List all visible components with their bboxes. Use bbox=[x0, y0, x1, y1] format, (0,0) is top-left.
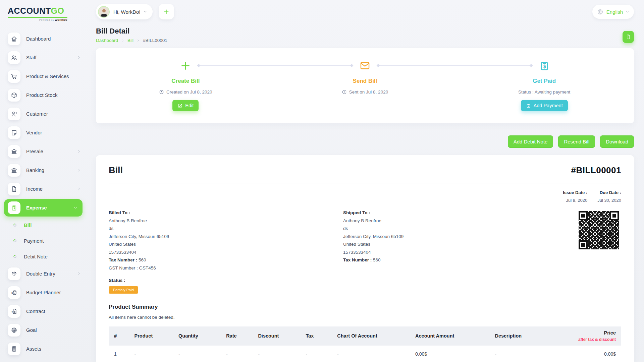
product-summary-title: Product Summary bbox=[109, 304, 621, 310]
qr-code bbox=[578, 210, 620, 250]
sidebar-item-contract[interactable]: $ Contract bbox=[8, 302, 87, 321]
language-selector[interactable]: English bbox=[592, 5, 634, 19]
bullet-icon bbox=[13, 223, 17, 227]
resend-bill-button[interactable]: Resend Bill bbox=[558, 135, 595, 148]
status-label: Status : bbox=[109, 278, 343, 283]
svg-text:$: $ bbox=[11, 291, 13, 294]
status-block: Status : Partialy Paid bbox=[109, 278, 343, 294]
add-payment-button[interactable]: $ Add Payment bbox=[521, 100, 568, 111]
sidebar-item-presale[interactable]: Presale bbox=[8, 142, 87, 161]
step-title: Send Bill bbox=[353, 78, 377, 84]
svg-text:$: $ bbox=[11, 310, 13, 313]
status-badge: Partialy Paid bbox=[109, 286, 138, 294]
bullet-icon bbox=[13, 239, 17, 243]
price-header-label: Price bbox=[604, 330, 616, 336]
tax-number-value: 560 bbox=[373, 257, 381, 262]
cell-price: 0.00$ bbox=[563, 351, 619, 357]
address-line: United States bbox=[343, 242, 578, 247]
sidebar-item-product-services[interactable]: Product & Services bbox=[8, 67, 87, 86]
bullet-icon bbox=[13, 254, 17, 259]
sidebar-subitem-payment[interactable]: Payment bbox=[8, 233, 87, 249]
progress-connector bbox=[199, 65, 352, 66]
col-num: # bbox=[111, 333, 131, 339]
sidebar-item-vendor[interactable]: Vendor bbox=[8, 123, 87, 142]
cell-description: - bbox=[492, 351, 563, 357]
user-menu[interactable]: Hi, WorkDo! bbox=[96, 4, 153, 19]
issue-date-label: Issue Date : bbox=[563, 190, 587, 195]
due-date-label: Due Date : bbox=[597, 190, 621, 195]
users-icon bbox=[8, 51, 20, 64]
address-line: United States bbox=[109, 242, 343, 247]
svg-text:$: $ bbox=[543, 64, 546, 69]
chevron-right-icon bbox=[77, 149, 81, 154]
sidebar-item-label: Product Stock bbox=[26, 92, 57, 98]
sidebar-item-budget-planner[interactable]: $ Budget Planner bbox=[8, 283, 87, 302]
bill-actions: Add Debit Note Resend Bill Download bbox=[96, 135, 634, 148]
sidebar-item-label: Double Entry bbox=[26, 271, 55, 277]
chevron-right-icon bbox=[77, 187, 81, 191]
edit-bill-label: Edit bbox=[185, 103, 194, 108]
col-chart-of-account: Chart Of Account bbox=[334, 333, 413, 339]
sidebar-item-income[interactable]: Income bbox=[8, 180, 87, 198]
sidebar-item-label: Banking bbox=[26, 167, 44, 173]
step-create-bill: Create Bill Created on Jul 8, 2020 Edit bbox=[96, 59, 275, 123]
sidebar-item-label: Dashboard bbox=[26, 36, 51, 42]
add-debit-note-button[interactable]: Add Debit Note bbox=[508, 135, 553, 148]
breadcrumb-bill[interactable]: Bill bbox=[127, 38, 133, 43]
contract-dollar-icon: $ bbox=[8, 305, 20, 318]
qr-finder bbox=[579, 211, 588, 220]
chevron-down-icon bbox=[73, 205, 78, 210]
sidebar-item-dashboard[interactable]: Dashboard bbox=[8, 29, 87, 48]
download-button[interactable]: Download bbox=[600, 135, 634, 148]
chevron-down-icon bbox=[626, 10, 629, 14]
bill-number: #BILL00001 bbox=[571, 165, 621, 176]
sidebar-item-label: Goal bbox=[26, 327, 37, 333]
table-row: 1 - - - - - - 0.00$ - 0.00$ bbox=[109, 346, 621, 362]
sidebar-item-customer[interactable]: Customer bbox=[8, 105, 87, 123]
breadcrumb-dashboard[interactable]: Dashboard bbox=[96, 38, 118, 43]
chevron-right-icon bbox=[77, 168, 81, 172]
tax-number-line: Tax Number : 560 bbox=[109, 257, 343, 262]
sidebar-item-goal[interactable]: Goal bbox=[8, 321, 87, 340]
document-icon bbox=[8, 183, 20, 195]
sidebar-item-staff[interactable]: Staff bbox=[8, 48, 87, 67]
col-tax: Tax bbox=[303, 333, 335, 339]
sidebar-item-assets[interactable]: Assets bbox=[8, 340, 87, 358]
clipboard-dollar-icon: $ bbox=[8, 201, 20, 214]
sidebar-item-product-stock[interactable]: Product Stock bbox=[8, 86, 87, 105]
bank-icon bbox=[8, 164, 20, 177]
svg-text:$: $ bbox=[528, 105, 529, 107]
sidebar-item-banking[interactable]: Banking bbox=[8, 161, 87, 180]
col-rate: Rate bbox=[223, 333, 255, 339]
target-icon bbox=[8, 324, 20, 337]
step-title: Get Paid bbox=[533, 78, 556, 84]
chevron-right-icon bbox=[77, 55, 81, 60]
chevron-down-icon bbox=[143, 10, 147, 14]
sidebar-item-label: Vendor bbox=[26, 130, 42, 135]
cell-product: - bbox=[131, 351, 176, 357]
quick-add-button[interactable] bbox=[159, 4, 174, 19]
sidebar-subitem-label: Debit Note bbox=[24, 254, 48, 259]
sidebar-subitem-bill[interactable]: Bill bbox=[8, 217, 87, 233]
sidebar-item-label: Assets bbox=[26, 346, 41, 352]
edit-bill-button[interactable]: Edit bbox=[172, 100, 199, 111]
sidebar-item-label: Staff bbox=[26, 55, 37, 60]
col-account-amount: Account Amount bbox=[413, 333, 492, 339]
bill-progress-card: Create Bill Created on Jul 8, 2020 Edit … bbox=[96, 48, 634, 123]
sidebar-item-expense[interactable]: $ Expense bbox=[4, 199, 83, 217]
cell-num: 1 bbox=[111, 351, 131, 357]
file-icon bbox=[626, 34, 631, 40]
qr-finder bbox=[610, 211, 619, 220]
bill-preview-button[interactable] bbox=[623, 31, 634, 43]
sidebar-item-double-entry[interactable]: Double Entry bbox=[8, 264, 87, 283]
bill-addresses: Billed To : Anthony B Renfroe ds Jeffers… bbox=[109, 210, 621, 294]
svg-text:$: $ bbox=[13, 207, 15, 210]
step-send-bill: Send Bill Sent on Jul 8, 2020 bbox=[275, 59, 455, 123]
sidebar-subitem-debit-note[interactable]: Debit Note bbox=[8, 249, 87, 264]
col-price: Price after tax & discount bbox=[563, 330, 619, 342]
cell-rate: - bbox=[223, 351, 255, 357]
brand-logo[interactable]: ACCOUNTGO Powered By WORKDO bbox=[8, 5, 87, 21]
plus-icon bbox=[180, 59, 191, 72]
app: ACCOUNTGO Powered By WORKDO Dashboard St… bbox=[0, 0, 644, 362]
cell-discount: - bbox=[255, 351, 303, 357]
